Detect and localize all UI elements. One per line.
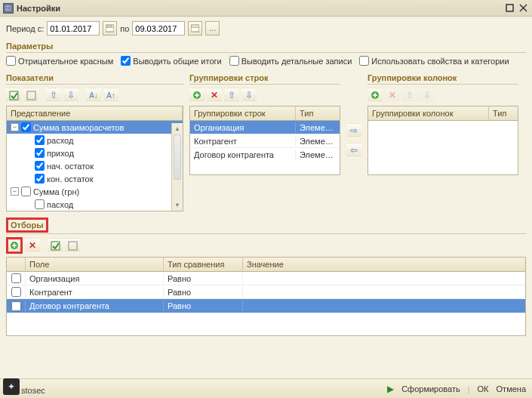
colgrp-add-button[interactable] — [367, 88, 383, 103]
tree-checkbox[interactable] — [35, 161, 45, 171]
colgrp-up-button[interactable]: ⇧ — [402, 88, 417, 103]
tree-label: нач. остаток — [47, 162, 94, 171]
tree-toggle-icon[interactable]: − — [11, 187, 19, 196]
cell-group: Договор контрагента — [190, 150, 296, 160]
use-props-checkbox[interactable]: Использовать свойства и категории — [359, 56, 509, 66]
svg-rect-21 — [69, 242, 77, 250]
maximize-button[interactable] — [503, 3, 515, 14]
tree-label: Сумма взаиморасчетов — [33, 123, 124, 132]
filters-add-button-highlight — [6, 237, 23, 254]
cancel-button[interactable]: Отмена — [497, 384, 526, 393]
uncheck-all-button[interactable] — [23, 88, 38, 103]
cell-val — [243, 292, 525, 293]
brand-logo: ✦ — [3, 378, 20, 395]
col-groups-title: Группировки колонок — [367, 72, 518, 85]
colgrp-delete-button[interactable]: ✕ — [385, 88, 400, 103]
tree-checkbox[interactable] — [35, 199, 45, 209]
cell-comp: Равно — [164, 301, 243, 311]
cell-type: Элемен... — [296, 136, 338, 147]
tree-label: расход — [47, 136, 73, 145]
brand-text: stosec — [21, 386, 45, 395]
show-totals-checkbox[interactable]: Выводить общие итоги — [121, 56, 221, 66]
tree-row[interactable]: −Сумма взаиморасчетов — [7, 121, 183, 134]
rowgrp-down-button[interactable]: ⇩ — [241, 88, 257, 103]
date-from-input[interactable] — [47, 21, 100, 35]
table-row[interactable]: Договор контрагентаРавно — [7, 299, 525, 313]
tree-row[interactable]: расход — [7, 134, 183, 147]
tree-checkbox[interactable] — [21, 122, 31, 132]
ok-button[interactable]: ОК — [478, 384, 489, 393]
rowgrp-add-button[interactable] — [189, 88, 204, 103]
svg-rect-0 — [506, 5, 513, 11]
tree-checkbox[interactable] — [35, 174, 45, 184]
table-row[interactable]: ОрганизацияЭлемен... — [190, 121, 340, 134]
svg-rect-3 — [106, 25, 114, 32]
filters-header-val: Значение — [243, 258, 525, 271]
filter-checkbox[interactable] — [11, 273, 21, 283]
cell-val — [243, 278, 525, 279]
rowgrp-delete-button[interactable]: ✕ — [207, 88, 222, 103]
sort-desc-button[interactable]: A↑ — [103, 88, 118, 103]
check-all-button[interactable] — [6, 88, 21, 103]
filters-uncheck-button[interactable] — [65, 238, 80, 253]
move-down-button[interactable]: ⇩ — [63, 88, 78, 103]
tree-label: Сумма (грн) — [33, 187, 79, 196]
filters-check-button[interactable] — [48, 238, 63, 253]
tree-row[interactable]: нач. остаток — [7, 159, 183, 172]
move-to-cols-button[interactable]: ⇨ — [346, 123, 361, 138]
tree-checkbox[interactable] — [35, 135, 45, 145]
rowgrp-header-type: Тип — [296, 106, 338, 120]
cell-field: Контрагент — [26, 287, 164, 298]
table-row[interactable]: КонтрагентЭлемен... — [190, 134, 340, 148]
col-groups-table[interactable]: Группировки колонок Тип — [367, 106, 518, 175]
tree-row[interactable]: пасход — [7, 198, 183, 210]
tree-row[interactable]: кон. остаток — [7, 172, 183, 185]
filters-delete-button[interactable]: ✕ — [25, 238, 40, 253]
tree-row[interactable]: приход — [7, 147, 183, 159]
move-up-button[interactable]: ⇧ — [46, 88, 61, 103]
cell-comp: Равно — [164, 287, 243, 298]
period-more-button[interactable]: … — [205, 21, 220, 35]
indicators-tree[interactable]: Представление −Сумма взаиморасчетоврасхо… — [6, 106, 183, 211]
colgrp-header-type: Тип — [489, 106, 516, 120]
tree-label: пасход — [47, 200, 73, 209]
cell-type: Элемен... — [296, 122, 338, 133]
indicators-title: Показатели — [6, 72, 183, 85]
date-to-picker[interactable] — [188, 21, 202, 35]
table-row[interactable]: ОрганизацияРавно — [7, 272, 525, 285]
rowgrp-header-group: Группировки строк — [190, 106, 296, 120]
svg-rect-7 — [191, 25, 199, 32]
row-groups-table[interactable]: Группировки строк Тип ОрганизацияЭлемен.… — [189, 106, 340, 175]
close-button[interactable] — [517, 3, 529, 14]
rowgrp-up-button[interactable]: ⇧ — [224, 88, 239, 103]
colgrp-header-group: Группировки колонок — [368, 106, 489, 120]
table-row[interactable]: Договор контрагентаЭлемен... — [190, 148, 340, 162]
date-to-input[interactable] — [132, 21, 185, 35]
app-icon: ◫ — [3, 3, 14, 14]
svg-rect-10 — [27, 91, 35, 100]
sort-asc-button[interactable]: A↓ — [86, 88, 101, 103]
params-title: Параметры — [6, 40, 526, 53]
colgrp-down-button[interactable]: ⇩ — [420, 88, 435, 103]
tree-checkbox[interactable] — [35, 148, 45, 158]
cell-field: Договор контрагента — [26, 301, 164, 311]
tree-row[interactable]: −Сумма (грн) — [7, 185, 183, 198]
table-row[interactable]: КонтрагентРавно — [7, 285, 525, 299]
filter-checkbox[interactable] — [11, 287, 21, 297]
tree-toggle-icon[interactable]: − — [11, 123, 19, 131]
show-detail-checkbox[interactable]: Выводить детальные записи — [229, 56, 352, 66]
window-title: Настройки — [17, 4, 502, 13]
filter-checkbox[interactable] — [11, 301, 21, 311]
tree-scrollbar[interactable]: ▲▼ — [171, 123, 183, 211]
date-from-picker[interactable] — [103, 21, 117, 35]
form-button[interactable]: Сформировать — [401, 384, 460, 393]
neg-red-checkbox[interactable]: Отрицательное красным — [6, 56, 113, 66]
move-to-rows-button[interactable]: ⇦ — [346, 143, 361, 158]
tree-checkbox[interactable] — [21, 187, 31, 196]
filters-add-button[interactable] — [8, 239, 20, 251]
filters-table[interactable]: Поле Тип сравнения Значение ОрганизацияР… — [6, 257, 526, 336]
filters-title: Отборы — [11, 221, 44, 230]
filters-title-highlight: Отборы — [6, 218, 48, 233]
filters-header-comp: Тип сравнения — [164, 258, 243, 271]
cell-group: Организация — [190, 122, 296, 133]
